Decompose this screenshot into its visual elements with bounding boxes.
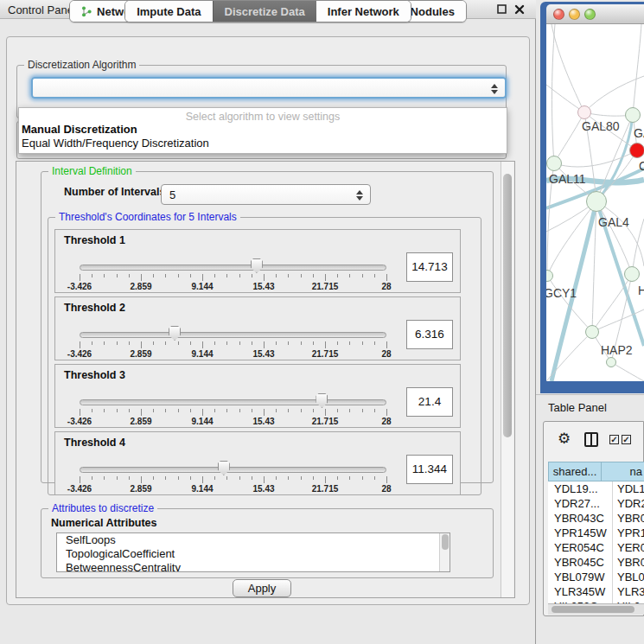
cell-shared-name: YBL079W (548, 570, 613, 584)
cell-name: YDR2 (613, 496, 644, 511)
slider-ticks (80, 341, 386, 349)
tab-discretize-data[interactable]: Discretize Data (213, 1, 316, 22)
slider-handle[interactable] (251, 258, 263, 273)
algorithm-options: Manual DiscretizationEqual Width/Frequen… (19, 123, 507, 150)
tab-infer-network[interactable]: Infer Network (316, 1, 411, 22)
slider-tick-labels: -3.4262.8599.14415.4321.71528 (80, 417, 386, 427)
combo-arrows-icon (356, 189, 363, 201)
table-panel-titlebar: Table Panel (536, 394, 644, 420)
list-scrollbar[interactable] (439, 533, 450, 571)
slider-track[interactable] (80, 332, 386, 338)
table-row[interactable]: YBR043CYBR0 (548, 511, 644, 526)
discretization-algorithm-label: Discretization Algorithm (24, 59, 139, 71)
cell-shared-name: YDL19... (548, 481, 613, 496)
attribute-item-topologicalcoefficient[interactable]: TopologicalCoefficient (57, 547, 450, 561)
algorithm-combobox[interactable] (31, 77, 507, 99)
node-ga-partial[interactable] (625, 107, 641, 123)
tab-label: Impute Data (137, 5, 201, 18)
slider-track[interactable] (80, 265, 386, 271)
slider-ticks (80, 409, 386, 417)
cell-name: YER0 (613, 540, 644, 555)
node-gal11[interactable] (546, 156, 562, 171)
node-hap2-label: HAP2 (601, 343, 633, 357)
desktop: Control Panel Discretization Algorithm T… (0, 0, 644, 644)
cell-name: YBL0 (613, 570, 644, 584)
threshold-slider[interactable] (80, 393, 386, 409)
table-row[interactable]: YDR27...YDR2 (548, 496, 644, 511)
threshold-label: Threshold 1 (64, 234, 125, 246)
slider-handle[interactable] (169, 326, 181, 341)
slider-track[interactable] (80, 399, 386, 405)
node-h-partial-label: H (638, 284, 644, 297)
column-header-name[interactable]: na (602, 462, 644, 481)
algorithm-dropdown-popup: Select algorithm to view settings Manual… (18, 107, 507, 154)
scrollbar-thumb[interactable] (552, 606, 634, 613)
algorithm-hint: Select algorithm to view settings (19, 108, 507, 123)
table-row[interactable]: YLR345WYLR3 (548, 584, 644, 599)
cell-name: YBR0 (613, 511, 644, 526)
threshold-slider[interactable] (80, 461, 386, 476)
cell-shared-name: YDR27... (548, 496, 613, 511)
table-row[interactable]: YDL19...YDL1 (548, 481, 644, 496)
threshold-slider[interactable] (80, 258, 386, 274)
slider-tick-labels: -3.4262.8599.14415.4321.71528 (80, 282, 386, 292)
attribute-item-selfloops[interactable]: SelfLoops (57, 533, 450, 547)
node-ga-partial-label: GA (634, 126, 644, 140)
node-gal4[interactable] (586, 191, 607, 212)
threshold-value-field[interactable]: 11.344 (406, 455, 453, 484)
table-row[interactable]: YBR045CYBR0 (548, 555, 644, 570)
algorithm-option-manual-discretization[interactable]: Manual Discretization (19, 123, 507, 137)
close-icon[interactable] (553, 9, 564, 20)
slider-tick-labels: -3.4262.8599.14415.4321.71528 (80, 349, 386, 360)
slider-handle[interactable] (316, 393, 328, 408)
number-of-intervals-value: 5 (169, 188, 175, 201)
cell-shared-name: YBR045C (548, 555, 613, 570)
tab-label: Discretize Data (225, 5, 305, 18)
split-columns-icon[interactable] (584, 432, 598, 447)
threshold-value-field[interactable]: 6.316 (406, 320, 453, 349)
vertical-scrollbar[interactable] (501, 162, 513, 597)
checkbox-icon[interactable]: ✓ (622, 435, 631, 444)
network-window-titlebar (546, 4, 644, 24)
network-canvas[interactable]: GAL80GACGAL11GAL4GCY1HHAP2 (546, 24, 644, 381)
checkbox-icon[interactable]: ✓ (609, 435, 619, 444)
settings-scrollpane: Interval Definition Number of Intervals … (16, 161, 515, 598)
node-gal80[interactable] (577, 105, 591, 119)
slider-track[interactable] (80, 467, 386, 473)
node-gal4-label: GAL4 (598, 215, 629, 229)
slider-ticks (80, 476, 386, 484)
horizontal-scrollbar[interactable] (548, 603, 644, 615)
tab-impute-data[interactable]: Impute Data (125, 1, 212, 22)
algorithm-option-equal-width-frequency-discretization[interactable]: Equal Width/Frequency Discretization (19, 137, 507, 150)
attribute-item-betweennesscentrality[interactable]: BetweennessCentrality (57, 561, 450, 572)
table-panel-body: ⚙ ✓ ✓ shared... na YDL19...YDL1YDR27...Y… (543, 421, 644, 616)
table-rows: YDL19...YDL1YDR27...YDR2YBR043CYBR0YPR14… (548, 481, 644, 603)
cell-shared-name: YLR345W (548, 584, 613, 599)
numerical-attributes-label: Numerical Attributes (51, 517, 156, 529)
threshold-label: Threshold 3 (64, 369, 125, 381)
table-header: shared... na (548, 462, 644, 481)
threshold-slider[interactable] (80, 326, 386, 341)
threshold-value-field[interactable]: 14.713 (406, 252, 453, 282)
column-header-shared-name[interactable]: shared... (548, 462, 602, 481)
gear-icon[interactable]: ⚙ (558, 431, 571, 446)
node-partial-bottom[interactable] (606, 357, 616, 367)
control-panel-window: Control Panel Discretization Algorithm T… (0, 0, 536, 644)
node-selected-red[interactable] (629, 143, 644, 158)
node-h-partial[interactable] (624, 266, 640, 282)
number-of-intervals-combobox[interactable]: 5 (161, 184, 371, 205)
slider-handle[interactable] (218, 461, 230, 475)
threshold-value-field[interactable]: 21.4 (406, 387, 453, 417)
table-row[interactable]: YPR145WYPR1 (548, 526, 644, 540)
table-row[interactable]: YER054CYER0 (548, 540, 644, 555)
node-hap2[interactable] (585, 325, 599, 339)
scrollbar-thumb[interactable] (503, 174, 512, 437)
zoom-icon[interactable] (584, 9, 596, 20)
table-row[interactable]: YBL079WYBL0 (548, 570, 644, 584)
apply-button[interactable]: Apply (233, 579, 291, 597)
minimize-icon[interactable] (569, 9, 580, 20)
threshold-panel-3: Threshold 3-3.4262.8599.14415.4321.71528… (54, 364, 461, 428)
numerical-attributes-list: SelfLoopsTopologicalCoefficientBetweenne… (56, 532, 450, 572)
interval-definition-label: Interval Definition (48, 165, 136, 177)
cell-name: YBR0 (613, 555, 644, 570)
